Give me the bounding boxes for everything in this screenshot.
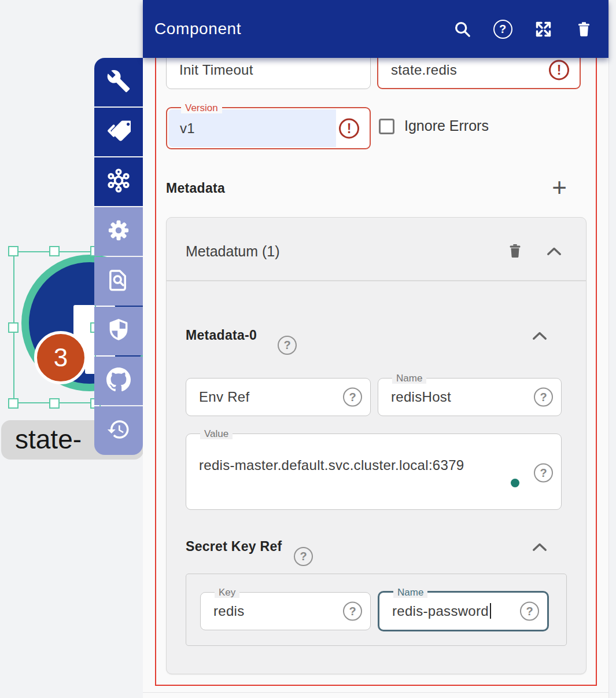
ignore-errors-label: Ignore Errors (404, 117, 489, 134)
value-label: Value (200, 428, 233, 439)
add-metadata-button[interactable]: + (548, 175, 571, 200)
help-icon[interactable]: ? (343, 602, 362, 621)
metadatum-card: Metadatum (1) Metadata-0 ? Env Ref ? Nam… (166, 217, 587, 674)
metadata-value-field[interactable]: Value redis-master.default.svc.cluster.l… (186, 434, 562, 510)
text-cursor (490, 603, 491, 619)
version-field[interactable]: Version v1 ! (166, 107, 371, 149)
toolbar-button-inspect[interactable] (94, 257, 143, 306)
badge-count: 3 (54, 343, 68, 372)
selection-handle-nw[interactable] (8, 246, 19, 256)
init-timeout-field[interactable]: Init Timeout (166, 58, 371, 89)
collapse-secret-chevron-up-icon[interactable] (532, 542, 548, 552)
selection-handle-w[interactable] (8, 322, 19, 333)
fullscreen-button[interactable] (533, 19, 553, 39)
env-ref-placeholder: Env Ref (199, 389, 249, 405)
toolbar-button-history[interactable] (94, 406, 143, 455)
init-timeout-placeholder: Init Timeout (179, 62, 253, 78)
secret-name-value: redis-password (392, 603, 489, 619)
drawer-content: Init Timeout state.redis ! Version v1 ! … (143, 58, 608, 698)
collapse-metadata-0-chevron-up-icon[interactable] (532, 331, 548, 340)
toolbar-button-github[interactable] (94, 357, 143, 405)
metadata-0-heading: Metadata-0 (186, 328, 257, 343)
component-drawer: Init Timeout state.redis ! Version v1 ! … (143, 0, 609, 698)
divider (143, 692, 608, 693)
help-icon[interactable]: ? (534, 464, 553, 483)
divider (167, 280, 586, 281)
help-icon[interactable]: ? (534, 388, 553, 407)
metadata-heading: Metadata (166, 181, 225, 196)
help-icon[interactable]: ? (278, 336, 297, 355)
document-search-icon (106, 268, 131, 295)
key-label: Key (215, 587, 239, 598)
toolbar-button-bindings[interactable] (94, 157, 143, 206)
toolbar-button-settings[interactable] (94, 207, 143, 256)
secret-key-ref-heading: Secret Key Ref (186, 539, 282, 554)
delete-component-button[interactable] (574, 19, 593, 39)
toolbar-button-labels[interactable] (94, 108, 143, 156)
component-type-field[interactable]: state.redis ! (377, 58, 581, 89)
history-icon (106, 417, 131, 444)
toolbar-button-properties[interactable] (94, 58, 143, 106)
value-text: redis-master.default.svc.cluster.local:6… (199, 457, 464, 473)
selection-handle-n[interactable] (49, 246, 60, 256)
metadatum-title: Metadatum (1) (186, 243, 280, 260)
component-type-value: state.redis (391, 62, 457, 78)
env-ref-field[interactable]: Env Ref ? (186, 378, 371, 416)
search-button[interactable] (452, 19, 472, 39)
version-label: Version (181, 102, 222, 113)
hub-icon (106, 168, 131, 195)
toolbar-button-security[interactable] (94, 307, 143, 355)
wrench-icon (106, 69, 131, 95)
version-value: v1 (180, 120, 195, 137)
help-button[interactable]: ? (493, 19, 512, 39)
selection-handle-s[interactable] (49, 398, 60, 409)
name-label: Name (392, 373, 426, 384)
gear-icon (106, 218, 131, 245)
delete-metadatum-button[interactable] (507, 242, 523, 262)
error-count-badge: 3 (34, 331, 87, 384)
selection-handle-sw[interactable] (8, 398, 19, 409)
error-icon: ! (339, 118, 359, 138)
help-icon[interactable]: ? (343, 388, 362, 407)
secret-name-label: Name (393, 587, 427, 598)
collapse-metadatum-chevron-up-icon[interactable] (546, 247, 562, 256)
status-dot (511, 479, 519, 487)
github-icon (106, 368, 131, 394)
shield-icon (106, 318, 131, 344)
drawer-header: Component ? (143, 0, 608, 58)
tag-icon (106, 119, 131, 145)
key-value: redis (213, 603, 245, 619)
ignore-errors-checkbox[interactable] (379, 119, 394, 134)
secret-name-field[interactable]: Name redis-password ? (378, 591, 549, 631)
help-icon[interactable]: ? (294, 547, 313, 566)
drawer-title: Component (154, 20, 241, 38)
help-icon[interactable]: ? (520, 602, 539, 621)
secret-key-field[interactable]: Key redis ? (200, 592, 371, 630)
error-icon: ! (549, 60, 569, 80)
metadata-name-field[interactable]: Name redisHost ? (378, 378, 562, 416)
name-value: redisHost (391, 389, 451, 405)
